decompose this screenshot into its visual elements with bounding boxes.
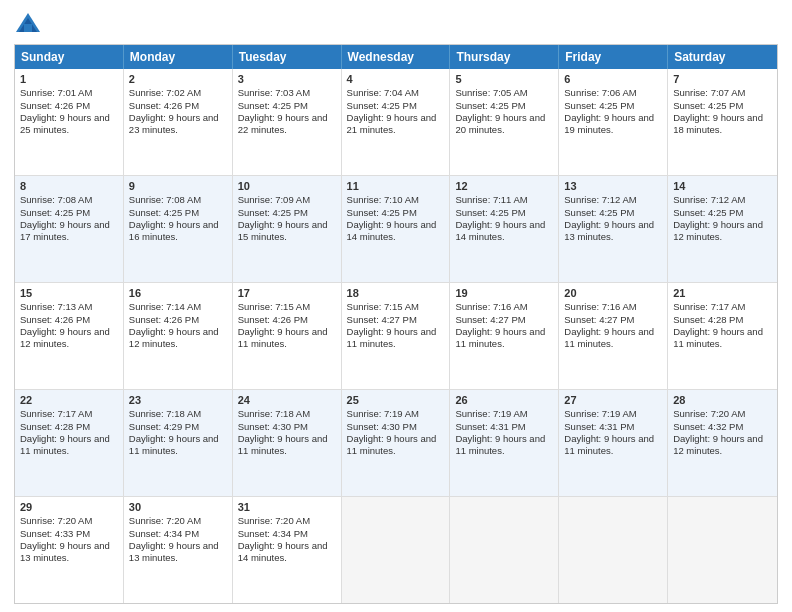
sunset: Sunset: 4:31 PM xyxy=(455,421,525,432)
calendar-cell xyxy=(559,497,668,603)
sunset: Sunset: 4:30 PM xyxy=(238,421,308,432)
sunset: Sunset: 4:25 PM xyxy=(673,207,743,218)
day-number: 15 xyxy=(20,286,118,300)
calendar-cell: 24Sunrise: 7:18 AMSunset: 4:30 PMDayligh… xyxy=(233,390,342,496)
daylight: Daylight: 9 hours and 22 minutes. xyxy=(238,112,328,135)
calendar-cell: 13Sunrise: 7:12 AMSunset: 4:25 PMDayligh… xyxy=(559,176,668,282)
day-number: 31 xyxy=(238,500,336,514)
sunset: Sunset: 4:25 PM xyxy=(347,207,417,218)
sunrise: Sunrise: 7:05 AM xyxy=(455,87,527,98)
sunrise: Sunrise: 7:01 AM xyxy=(20,87,92,98)
calendar-cell: 10Sunrise: 7:09 AMSunset: 4:25 PMDayligh… xyxy=(233,176,342,282)
sunrise: Sunrise: 7:17 AM xyxy=(20,408,92,419)
calendar-cell: 29Sunrise: 7:20 AMSunset: 4:33 PMDayligh… xyxy=(15,497,124,603)
sunrise: Sunrise: 7:20 AM xyxy=(238,515,310,526)
calendar-cell: 21Sunrise: 7:17 AMSunset: 4:28 PMDayligh… xyxy=(668,283,777,389)
day-number: 11 xyxy=(347,179,445,193)
calendar-cell: 16Sunrise: 7:14 AMSunset: 4:26 PMDayligh… xyxy=(124,283,233,389)
header xyxy=(14,10,778,38)
day-number: 6 xyxy=(564,72,662,86)
daylight: Daylight: 9 hours and 12 minutes. xyxy=(129,326,219,349)
day-number: 12 xyxy=(455,179,553,193)
daylight: Daylight: 9 hours and 21 minutes. xyxy=(347,112,437,135)
day-number: 2 xyxy=(129,72,227,86)
sunset: Sunset: 4:26 PM xyxy=(20,100,90,111)
sunset: Sunset: 4:25 PM xyxy=(455,100,525,111)
daylight: Daylight: 9 hours and 16 minutes. xyxy=(129,219,219,242)
sunset: Sunset: 4:25 PM xyxy=(564,207,634,218)
daylight: Daylight: 9 hours and 14 minutes. xyxy=(347,219,437,242)
sunset: Sunset: 4:25 PM xyxy=(673,100,743,111)
calendar-cell: 5Sunrise: 7:05 AMSunset: 4:25 PMDaylight… xyxy=(450,69,559,175)
logo-icon xyxy=(14,10,42,38)
sunrise: Sunrise: 7:14 AM xyxy=(129,301,201,312)
day-number: 24 xyxy=(238,393,336,407)
day-number: 10 xyxy=(238,179,336,193)
calendar-cell: 11Sunrise: 7:10 AMSunset: 4:25 PMDayligh… xyxy=(342,176,451,282)
sunrise: Sunrise: 7:02 AM xyxy=(129,87,201,98)
daylight: Daylight: 9 hours and 23 minutes. xyxy=(129,112,219,135)
sunset: Sunset: 4:34 PM xyxy=(238,528,308,539)
day-number: 13 xyxy=(564,179,662,193)
sunrise: Sunrise: 7:07 AM xyxy=(673,87,745,98)
day-number: 4 xyxy=(347,72,445,86)
calendar-cell: 23Sunrise: 7:18 AMSunset: 4:29 PMDayligh… xyxy=(124,390,233,496)
calendar-cell: 28Sunrise: 7:20 AMSunset: 4:32 PMDayligh… xyxy=(668,390,777,496)
day-number: 16 xyxy=(129,286,227,300)
daylight: Daylight: 9 hours and 15 minutes. xyxy=(238,219,328,242)
calendar-cell: 2Sunrise: 7:02 AMSunset: 4:26 PMDaylight… xyxy=(124,69,233,175)
calendar-cell xyxy=(342,497,451,603)
sunset: Sunset: 4:25 PM xyxy=(455,207,525,218)
daylight: Daylight: 9 hours and 12 minutes. xyxy=(20,326,110,349)
day-number: 19 xyxy=(455,286,553,300)
sunset: Sunset: 4:26 PM xyxy=(129,314,199,325)
calendar-row: 15Sunrise: 7:13 AMSunset: 4:26 PMDayligh… xyxy=(15,283,777,390)
day-number: 22 xyxy=(20,393,118,407)
calendar-cell xyxy=(668,497,777,603)
daylight: Daylight: 9 hours and 25 minutes. xyxy=(20,112,110,135)
sunrise: Sunrise: 7:16 AM xyxy=(564,301,636,312)
daylight: Daylight: 9 hours and 13 minutes. xyxy=(20,540,110,563)
calendar-cell: 4Sunrise: 7:04 AMSunset: 4:25 PMDaylight… xyxy=(342,69,451,175)
daylight: Daylight: 9 hours and 14 minutes. xyxy=(238,540,328,563)
day-number: 21 xyxy=(673,286,772,300)
sunrise: Sunrise: 7:17 AM xyxy=(673,301,745,312)
header-cell-sunday: Sunday xyxy=(15,45,124,69)
sunrise: Sunrise: 7:06 AM xyxy=(564,87,636,98)
daylight: Daylight: 9 hours and 14 minutes. xyxy=(455,219,545,242)
sunrise: Sunrise: 7:15 AM xyxy=(347,301,419,312)
day-number: 18 xyxy=(347,286,445,300)
sunrise: Sunrise: 7:03 AM xyxy=(238,87,310,98)
day-number: 30 xyxy=(129,500,227,514)
sunrise: Sunrise: 7:18 AM xyxy=(129,408,201,419)
calendar-cell: 8Sunrise: 7:08 AMSunset: 4:25 PMDaylight… xyxy=(15,176,124,282)
daylight: Daylight: 9 hours and 11 minutes. xyxy=(564,326,654,349)
daylight: Daylight: 9 hours and 12 minutes. xyxy=(673,433,763,456)
day-number: 20 xyxy=(564,286,662,300)
sunrise: Sunrise: 7:09 AM xyxy=(238,194,310,205)
header-cell-thursday: Thursday xyxy=(450,45,559,69)
sunrise: Sunrise: 7:12 AM xyxy=(564,194,636,205)
sunrise: Sunrise: 7:04 AM xyxy=(347,87,419,98)
calendar-cell: 9Sunrise: 7:08 AMSunset: 4:25 PMDaylight… xyxy=(124,176,233,282)
day-number: 7 xyxy=(673,72,772,86)
sunset: Sunset: 4:25 PM xyxy=(20,207,90,218)
sunrise: Sunrise: 7:18 AM xyxy=(238,408,310,419)
svg-rect-2 xyxy=(24,24,32,32)
calendar-cell: 19Sunrise: 7:16 AMSunset: 4:27 PMDayligh… xyxy=(450,283,559,389)
calendar-cell: 6Sunrise: 7:06 AMSunset: 4:25 PMDaylight… xyxy=(559,69,668,175)
calendar-row: 22Sunrise: 7:17 AMSunset: 4:28 PMDayligh… xyxy=(15,390,777,497)
daylight: Daylight: 9 hours and 18 minutes. xyxy=(673,112,763,135)
header-cell-friday: Friday xyxy=(559,45,668,69)
sunrise: Sunrise: 7:13 AM xyxy=(20,301,92,312)
sunrise: Sunrise: 7:11 AM xyxy=(455,194,527,205)
sunset: Sunset: 4:25 PM xyxy=(238,207,308,218)
calendar-cell: 18Sunrise: 7:15 AMSunset: 4:27 PMDayligh… xyxy=(342,283,451,389)
day-number: 27 xyxy=(564,393,662,407)
sunset: Sunset: 4:25 PM xyxy=(129,207,199,218)
sunset: Sunset: 4:30 PM xyxy=(347,421,417,432)
sunset: Sunset: 4:31 PM xyxy=(564,421,634,432)
day-number: 29 xyxy=(20,500,118,514)
day-number: 3 xyxy=(238,72,336,86)
sunset: Sunset: 4:25 PM xyxy=(564,100,634,111)
